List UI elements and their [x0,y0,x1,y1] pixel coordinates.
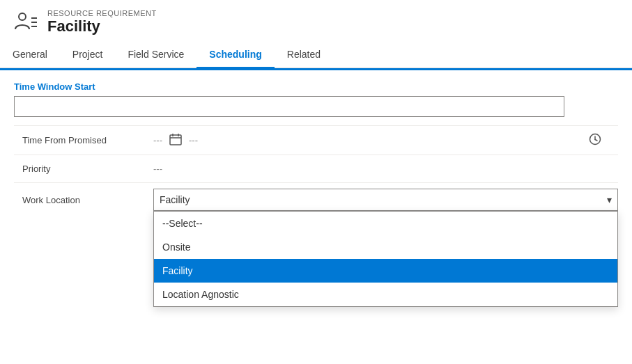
option-select[interactable]: --Select-- [154,212,617,235]
clock-icon[interactable] [589,133,601,148]
time-from-value2: --- [189,135,198,145]
header-title: Facility [47,17,157,35]
time-from-value1: --- [153,135,162,145]
work-location-dropdown-container: Facility ▾ --Select-- Onsite Facility Lo… [153,189,618,211]
label-time-from-promised: Time From Promised [14,135,153,145]
header-text: RESOURCE REQUIREMENT Facility [47,9,157,35]
row-priority: Priority --- [14,155,618,182]
work-location-selected-value: Facility [160,194,190,205]
section-title-time-window: Time Window Start [14,81,618,92]
priority-value: --- [153,164,162,174]
option-facility[interactable]: Facility [154,259,617,283]
option-onsite[interactable]: Onsite [154,235,617,259]
resource-icon [11,8,39,36]
page-wrapper: RESOURCE REQUIREMENT Facility General Pr… [0,0,632,364]
value-priority: --- [153,164,618,174]
calendar-icon[interactable] [169,133,182,148]
work-location-options: --Select-- Onsite Facility Location Agno… [153,211,618,307]
svg-line-10 [595,140,597,141]
work-location-dropdown[interactable]: Facility ▾ [153,189,618,211]
label-priority: Priority [14,164,153,174]
tab-field-service[interactable]: Field Service [115,42,196,68]
svg-point-0 [19,13,26,20]
tab-navigation: General Project Field Service Scheduling… [0,42,632,68]
page-header: RESOURCE REQUIREMENT Facility [0,0,632,42]
tab-general[interactable]: General [0,42,60,68]
header-subtitle: RESOURCE REQUIREMENT [47,9,157,17]
row-time-from-promised: Time From Promised --- --- [14,125,618,155]
value-time-from-promised: --- --- [153,133,618,148]
dropdown-chevron-icon: ▾ [607,194,612,205]
tab-related[interactable]: Related [275,42,333,68]
tab-project[interactable]: Project [60,42,116,68]
svg-rect-4 [170,135,181,145]
label-work-location: Work Location [14,195,153,205]
row-work-location: Work Location Facility ▾ --Select-- Onsi… [14,182,618,216]
time-window-start-input[interactable] [14,96,564,117]
option-location-agnostic[interactable]: Location Agnostic [154,283,617,306]
tab-scheduling[interactable]: Scheduling [196,42,274,68]
form-area: Time Window Start Time From Promised ---… [0,70,632,364]
